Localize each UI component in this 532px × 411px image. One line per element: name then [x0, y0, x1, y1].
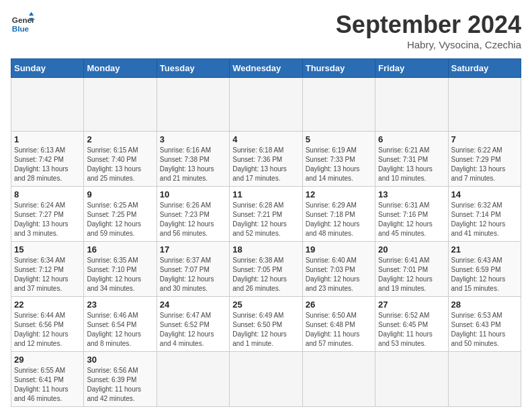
calendar-week-3: 8Sunrise: 6:24 AM Sunset: 7:27 PM Daylig… — [11, 187, 521, 242]
calendar-cell — [230, 78, 302, 132]
header: General Blue September 2024 Habry, Vysoc… — [11, 11, 521, 50]
day-info: Sunrise: 6:44 AM Sunset: 6:56 PM Dayligh… — [14, 311, 81, 349]
calendar-header-friday: Friday — [375, 59, 448, 78]
day-info: Sunrise: 6:29 AM Sunset: 7:18 PM Dayligh… — [306, 201, 372, 238]
calendar-cell: 24Sunrise: 6:47 AM Sunset: 6:52 PM Dayli… — [157, 297, 229, 352]
day-number: 5 — [306, 134, 372, 144]
calendar-week-2: 1Sunrise: 6:13 AM Sunset: 7:42 PM Daylig… — [11, 132, 521, 187]
calendar-cell: 15Sunrise: 6:34 AM Sunset: 7:12 PM Dayli… — [11, 242, 84, 297]
calendar-cell: 26Sunrise: 6:50 AM Sunset: 6:48 PM Dayli… — [302, 297, 375, 352]
day-info: Sunrise: 6:41 AM Sunset: 7:01 PM Dayligh… — [378, 256, 445, 293]
day-info: Sunrise: 6:25 AM Sunset: 7:25 PM Dayligh… — [87, 201, 153, 238]
calendar-header-row: SundayMondayTuesdayWednesdayThursdayFrid… — [11, 59, 521, 78]
day-info: Sunrise: 6:26 AM Sunset: 7:23 PM Dayligh… — [160, 201, 226, 238]
day-number: 8 — [14, 189, 81, 199]
day-info: Sunrise: 6:18 AM Sunset: 7:36 PM Dayligh… — [232, 146, 299, 183]
day-info: Sunrise: 6:34 AM Sunset: 7:12 PM Dayligh… — [14, 256, 81, 293]
day-number: 22 — [14, 300, 81, 310]
calendar-cell: 11Sunrise: 6:28 AM Sunset: 7:21 PM Dayli… — [230, 187, 302, 242]
location-subtitle: Habry, Vysocina, Czechia — [336, 39, 521, 50]
calendar-header-thursday: Thursday — [302, 59, 375, 78]
calendar-cell: 10Sunrise: 6:26 AM Sunset: 7:23 PM Dayli… — [157, 187, 229, 242]
calendar-cell: 30Sunrise: 6:56 AM Sunset: 6:39 PM Dayli… — [84, 352, 157, 407]
day-info: Sunrise: 6:24 AM Sunset: 7:27 PM Dayligh… — [14, 201, 81, 238]
calendar-cell: 3Sunrise: 6:16 AM Sunset: 7:38 PM Daylig… — [157, 132, 229, 187]
calendar-header-sunday: Sunday — [11, 59, 84, 78]
calendar-cell: 28Sunrise: 6:53 AM Sunset: 6:43 PM Dayli… — [448, 297, 521, 352]
calendar-cell: 4Sunrise: 6:18 AM Sunset: 7:36 PM Daylig… — [230, 132, 302, 187]
calendar-body: 1Sunrise: 6:13 AM Sunset: 7:42 PM Daylig… — [11, 78, 521, 407]
calendar-cell: 12Sunrise: 6:29 AM Sunset: 7:18 PM Dayli… — [302, 187, 375, 242]
calendar-cell: 7Sunrise: 6:22 AM Sunset: 7:29 PM Daylig… — [448, 132, 521, 187]
day-number: 9 — [87, 189, 153, 199]
day-info: Sunrise: 6:43 AM Sunset: 6:59 PM Dayligh… — [451, 256, 518, 293]
day-info: Sunrise: 6:37 AM Sunset: 7:07 PM Dayligh… — [160, 256, 226, 293]
day-info: Sunrise: 6:28 AM Sunset: 7:21 PM Dayligh… — [232, 201, 299, 238]
day-info: Sunrise: 6:46 AM Sunset: 6:54 PM Dayligh… — [87, 311, 153, 349]
calendar-header-saturday: Saturday — [448, 59, 521, 78]
calendar-cell — [84, 78, 157, 132]
day-number: 27 — [378, 300, 445, 310]
day-number: 17 — [160, 244, 226, 255]
calendar-cell: 23Sunrise: 6:46 AM Sunset: 6:54 PM Dayli… — [84, 297, 157, 352]
day-info: Sunrise: 6:15 AM Sunset: 7:40 PM Dayligh… — [87, 146, 153, 183]
day-info: Sunrise: 6:16 AM Sunset: 7:38 PM Dayligh… — [160, 146, 226, 183]
day-info: Sunrise: 6:38 AM Sunset: 7:05 PM Dayligh… — [232, 256, 299, 293]
day-number: 25 — [232, 300, 299, 310]
calendar-cell: 27Sunrise: 6:52 AM Sunset: 6:45 PM Dayli… — [375, 297, 448, 352]
day-number: 6 — [378, 134, 445, 144]
day-number: 3 — [160, 134, 226, 144]
calendar-cell: 1Sunrise: 6:13 AM Sunset: 7:42 PM Daylig… — [11, 132, 84, 187]
calendar-cell — [302, 352, 375, 407]
calendar-cell: 2Sunrise: 6:15 AM Sunset: 7:40 PM Daylig… — [84, 132, 157, 187]
month-title: September 2024 — [336, 11, 521, 39]
day-number: 1 — [14, 134, 81, 144]
day-number: 26 — [306, 300, 372, 310]
calendar-cell: 22Sunrise: 6:44 AM Sunset: 6:56 PM Dayli… — [11, 297, 84, 352]
calendar-cell — [448, 78, 521, 132]
day-number: 14 — [451, 189, 518, 199]
day-number: 4 — [232, 134, 299, 144]
calendar-cell: 6Sunrise: 6:21 AM Sunset: 7:31 PM Daylig… — [375, 132, 448, 187]
calendar-cell: 25Sunrise: 6:49 AM Sunset: 6:50 PM Dayli… — [230, 297, 302, 352]
svg-text:Blue: Blue — [12, 24, 30, 33]
calendar-cell: 8Sunrise: 6:24 AM Sunset: 7:27 PM Daylig… — [11, 187, 84, 242]
day-number: 12 — [306, 189, 372, 199]
day-number: 24 — [160, 300, 226, 310]
calendar-cell: 9Sunrise: 6:25 AM Sunset: 7:25 PM Daylig… — [84, 187, 157, 242]
calendar-cell — [230, 352, 302, 407]
calendar-cell — [448, 352, 521, 407]
day-number: 19 — [306, 244, 372, 255]
logo: General Blue — [11, 11, 35, 35]
logo-icon: General Blue — [11, 11, 35, 35]
title-area: September 2024 Habry, Vysocina, Czechia — [336, 11, 521, 50]
day-info: Sunrise: 6:47 AM Sunset: 6:52 PM Dayligh… — [160, 311, 226, 349]
calendar-table: SundayMondayTuesdayWednesdayThursdayFrid… — [11, 58, 521, 407]
day-info: Sunrise: 6:32 AM Sunset: 7:14 PM Dayligh… — [451, 201, 518, 238]
calendar-cell — [375, 78, 448, 132]
calendar-header-wednesday: Wednesday — [230, 59, 302, 78]
day-number: 2 — [87, 134, 153, 144]
calendar-cell: 20Sunrise: 6:41 AM Sunset: 7:01 PM Dayli… — [375, 242, 448, 297]
day-info: Sunrise: 6:13 AM Sunset: 7:42 PM Dayligh… — [14, 146, 81, 183]
calendar-cell — [157, 352, 229, 407]
calendar-cell — [375, 352, 448, 407]
calendar-cell — [302, 78, 375, 132]
calendar-cell — [157, 78, 229, 132]
day-number: 10 — [160, 189, 226, 199]
day-number: 15 — [14, 244, 81, 255]
calendar-cell: 14Sunrise: 6:32 AM Sunset: 7:14 PM Dayli… — [448, 187, 521, 242]
day-number: 21 — [451, 244, 518, 255]
day-info: Sunrise: 6:21 AM Sunset: 7:31 PM Dayligh… — [378, 146, 445, 183]
day-number: 20 — [378, 244, 445, 255]
day-info: Sunrise: 6:52 AM Sunset: 6:45 PM Dayligh… — [378, 311, 445, 349]
day-info: Sunrise: 6:49 AM Sunset: 6:50 PM Dayligh… — [232, 311, 299, 349]
calendar-cell — [11, 78, 84, 132]
day-number: 11 — [232, 189, 299, 199]
calendar-cell: 5Sunrise: 6:19 AM Sunset: 7:33 PM Daylig… — [302, 132, 375, 187]
calendar-cell: 16Sunrise: 6:35 AM Sunset: 7:10 PM Dayli… — [84, 242, 157, 297]
day-info: Sunrise: 6:50 AM Sunset: 6:48 PM Dayligh… — [306, 311, 372, 349]
day-info: Sunrise: 6:53 AM Sunset: 6:43 PM Dayligh… — [451, 311, 518, 349]
day-info: Sunrise: 6:35 AM Sunset: 7:10 PM Dayligh… — [87, 256, 153, 293]
calendar-week-4: 15Sunrise: 6:34 AM Sunset: 7:12 PM Dayli… — [11, 242, 521, 297]
